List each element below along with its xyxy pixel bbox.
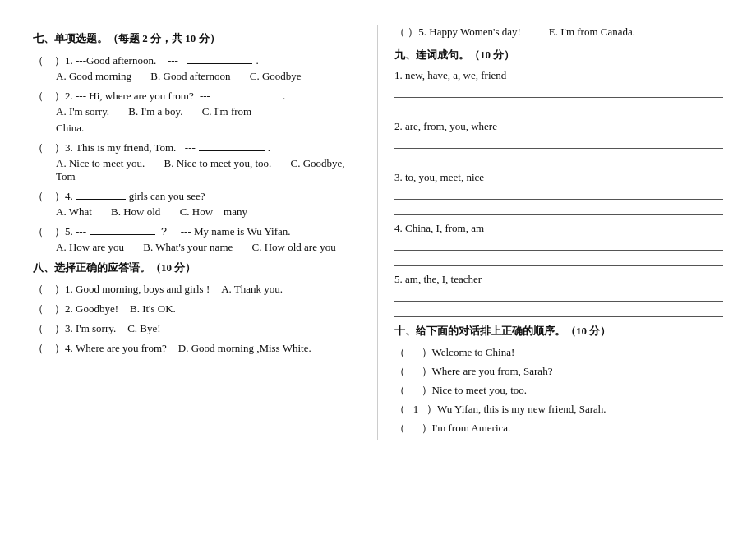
q3-blank <box>199 140 265 151</box>
q5-happy: （ ）5. Happy Women's day! E. I'm from Can… <box>394 25 723 39</box>
section9-title: 九、连词成句。（10 分） <box>394 48 723 62</box>
question-3: （ ）3. This is my friend, Tom. --- . A. N… <box>33 140 361 183</box>
section10-title: 十、给下面的对话排上正确的顺序。（10 分） <box>394 324 723 339</box>
sentence-group-1: 1. new, have, a, we, friend <box>394 69 723 113</box>
q1-options: A. Good morning B. Good afternoon C. Goo… <box>56 70 361 83</box>
match-1: （ ）1. Good morning, boys and girls ! A. … <box>33 282 361 297</box>
fill-line-3b <box>394 202 723 215</box>
q1-blank <box>187 53 252 64</box>
q1-paren: （ ）1. ---Good afternoon. <box>33 53 156 68</box>
q2-option-c-cont: China. <box>56 122 361 135</box>
fill-line-4a <box>394 238 723 251</box>
dialog-1: （ ）Welcome to China! <box>394 345 723 360</box>
q2-options: A. I'm sorry. B. I'm a boy. C. I'm from <box>56 105 361 118</box>
dialog-2: （ ）Where are you from, Sarah? <box>394 364 723 379</box>
q4-blank <box>76 188 126 200</box>
fill-line-4b <box>394 253 723 266</box>
fill-line-5a <box>394 288 723 302</box>
q5-options: A. How are you B. What's your name C. Ho… <box>56 241 361 254</box>
match-4: （ ）4. Where are you from? D. Good mornin… <box>33 341 361 356</box>
question-4: （ ）4. girls can you see? A. What B. How … <box>33 188 361 219</box>
dialog-3: （ ）Nice to meet you, too. <box>394 383 723 398</box>
fill-line-2b <box>394 151 723 164</box>
q3-options: A. Nice to meet you. B. Nice to meet you… <box>56 157 361 183</box>
sentence-group-3: 3. to, you, meet, nice <box>394 171 723 215</box>
question-2: （ ）2. --- Hi, where are you from? --- . … <box>33 88 361 135</box>
sentence-group-4: 4. China, I, from, am <box>394 222 723 266</box>
right-column: （ ）5. Happy Women's day! E. I'm from Can… <box>378 25 723 440</box>
q2-paren: （ ）2. --- Hi, where are you from? <box>33 89 194 104</box>
left-column: 七、单项选题。（每题 2 分，共 10 分） （ ）1. ---Good aft… <box>33 25 378 440</box>
fill-line-1b <box>394 100 723 113</box>
q4-options: A. What B. How old C. How many <box>56 205 361 219</box>
dialog-5: （ ）I'm from America. <box>394 421 723 436</box>
match-3: （ ）3. I'm sorry. C. Bye! <box>33 321 361 336</box>
match-2: （ ）2. Goodbye! B. It's OK. <box>33 302 361 316</box>
fill-line-3a <box>394 187 723 200</box>
fill-line-2a <box>394 136 723 149</box>
sentence-group-2: 2. are, from, you, where <box>394 120 723 164</box>
q5-blank <box>90 224 155 235</box>
q2-blank <box>214 88 279 99</box>
section7-title: 七、单项选题。（每题 2 分，共 10 分） <box>33 31 361 46</box>
sentence-group-5: 5. am, the, I, teacher <box>394 273 723 317</box>
section8-title: 八、选择正确的应答语。（10 分） <box>33 261 361 275</box>
fill-line-1a <box>394 85 723 98</box>
question-1: （ ）1. ---Good afternoon. --- . A. Good m… <box>33 53 361 83</box>
question-5: （ ）5. --- ？ --- My name is Wu Yifan. A. … <box>33 224 361 254</box>
fill-line-5b <box>394 304 723 317</box>
dialog-4: （ 1 ）Wu Yifan, this is my new friend, Sa… <box>394 402 723 417</box>
